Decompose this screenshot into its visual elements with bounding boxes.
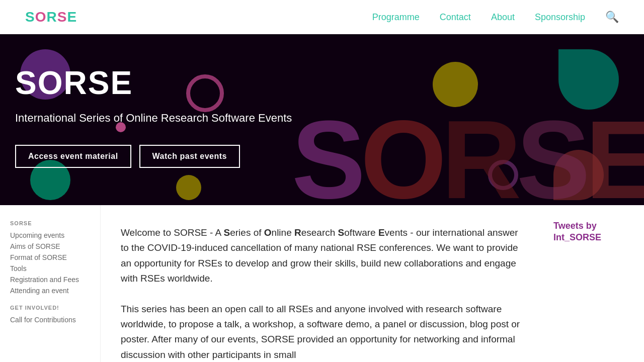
logo[interactable]: SORSE [25,9,77,25]
sidebar-section-sorse: SORSE [10,220,90,226]
nav-contact[interactable]: Contact [440,12,471,22]
access-event-material-button[interactable]: Access event material [15,145,131,168]
nav-links: Programme Contact About Sponsorship 🔍 [372,11,619,24]
hero-section: SORSE SORSE International Series of Onli… [0,34,644,205]
tweets-link[interactable]: Tweets by Int_SORSE [553,221,601,242]
logo-s2: S [57,9,67,25]
logo-o: O [35,9,47,25]
sidebar-item-tools[interactable]: Tools [10,264,90,273]
logo-s: S [25,9,35,25]
search-icon[interactable]: 🔍 [605,11,619,23]
nav-programme[interactable]: Programme [372,12,420,22]
sidebar-item-upcoming-events[interactable]: Upcoming events [10,231,90,239]
sidebar-item-registration[interactable]: Registration and Fees [10,276,90,284]
sidebar-item-call-for-contributions[interactable]: Call for Contributions [10,316,90,324]
sidebar-item-aims[interactable]: Aims of SORSE [10,242,90,250]
sidebar-section-get-involved: GET INVOLVED! [10,305,90,311]
sidebar-item-format[interactable]: Format of SORSE [10,253,90,261]
watch-past-events-button[interactable]: Watch past events [139,145,240,168]
logo-r: R [46,9,57,25]
logo-e: E [67,9,77,25]
hero-subtitle: International Series of Online Research … [15,112,629,125]
nav-about[interactable]: About [491,12,515,22]
main-content: Welcome to SORSE - A Series of Online Re… [101,205,543,362]
sidebar-item-attending[interactable]: Attending an event [10,287,90,295]
second-paragraph: This series has been an open call to all… [121,302,523,362]
hero-title: SORSE [15,64,629,102]
hero-buttons: Access event material Watch past events [15,145,629,168]
navbar: SORSE Programme Contact About Sponsorshi… [0,0,644,34]
nav-sponsorship[interactable]: Sponsorship [535,12,585,22]
tweets-panel: Tweets by Int_SORSE [543,205,644,362]
sidebar: SORSE Upcoming events Aims of SORSE Form… [0,205,101,362]
main-area: SORSE Upcoming events Aims of SORSE Form… [0,205,644,362]
intro-paragraph: Welcome to SORSE - A Series of Online Re… [121,225,523,287]
deco-circle-7 [176,175,201,200]
